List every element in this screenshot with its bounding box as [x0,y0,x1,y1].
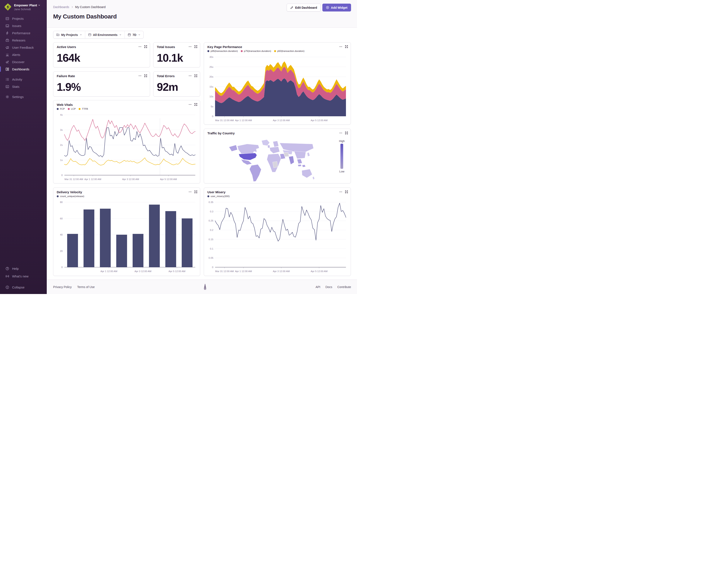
org-switcher[interactable]: Empower Plant Jane Schmidt [0,3,47,15]
widget-menu-icon[interactable] [189,190,192,193]
sidebar-item-label: Collapse [12,286,24,289]
contribute-link[interactable]: Contribute [337,285,351,289]
sidebar-item-help[interactable]: Help [0,265,47,272]
user-feedback-icon [5,46,9,49]
widget-menu-icon[interactable] [339,190,342,193]
date-range-filter[interactable]: 7D [125,31,144,39]
widget-expand-icon[interactable] [144,45,147,48]
sidebar-item-activity[interactable]: Activity [0,76,47,83]
widget-total-errors: Total Errors 92m [153,71,200,97]
world-map[interactable] [217,139,325,182]
key-page-performance-chart[interactable]: 05s10s15s20s25s30sMar 31 12:00 AMApr 1 1… [206,55,348,123]
widget-menu-icon[interactable] [189,74,192,77]
widget-expand-icon[interactable] [345,131,348,134]
legend-item[interactable]: LCP [68,108,75,110]
sidebar-item-stats[interactable]: Stats [0,83,47,90]
pencil-icon [290,6,294,9]
svg-text:1s: 1s [60,159,63,161]
terms-of-use-link[interactable]: Terms of Use [77,285,94,289]
sidebar-item-label: Releases [12,39,25,42]
widget-expand-icon[interactable] [144,74,147,77]
map-legend-low: Low [339,170,344,173]
sidebar-item-label: Help [12,267,19,270]
sidebar-item-user-feedback[interactable]: User Feedback [0,44,47,51]
svg-text:Apr 5 12:00 AM: Apr 5 12:00 AM [311,119,327,122]
legend-item[interactable]: FCP [57,108,65,110]
breadcrumb-current: My Custom Dashboard [75,5,106,9]
sidebar-item-releases[interactable]: Releases [0,37,47,44]
widget-expand-icon[interactable] [345,45,348,48]
svg-text:3s: 3s [60,129,63,131]
svg-text:5s: 5s [211,105,213,108]
widget-menu-icon[interactable] [138,74,142,77]
edit-dashboard-button[interactable]: Edit Dashboard [287,4,321,12]
delivery-velocity-chart[interactable]: 020406080Apr 1 12:00 AMApr 3 12:00 AMApr… [55,200,198,274]
legend-item[interactable]: count_unique(release) [57,195,84,197]
svg-text:20: 20 [60,250,63,252]
sidebar-item-performance[interactable]: Performance [0,29,47,37]
user-misery-chart[interactable]: 00.050.10.150.20.250.30.35Mar 31 12:00 A… [206,200,348,274]
widget-expand-icon[interactable] [194,74,197,77]
sentry-logo-icon [203,284,208,290]
activity-icon [5,78,9,81]
svg-text:0: 0 [212,266,213,269]
chart-legend: count_unique(release) [57,195,84,197]
widget-expand-icon[interactable] [194,103,197,106]
help-icon [5,267,9,270]
legend-item[interactable]: p95(transaction.duration) [208,50,238,52]
widget-menu-icon[interactable] [189,103,192,106]
sidebar-item-projects[interactable]: Projects [0,15,47,22]
widget-expand-icon[interactable] [194,190,197,193]
widget-grid: Active Users 164k Total Issues [53,42,351,276]
svg-text:30s: 30s [209,56,213,58]
alerts-icon [5,53,9,57]
legend-item[interactable]: TTFB [79,108,88,110]
widget-title: Active Users [57,45,76,49]
map-legend-gradient [341,144,343,169]
widget-menu-icon[interactable] [138,45,142,48]
widget-delivery-velocity: Delivery Velocity count_unique(release) … [53,188,200,276]
sidebar-item-label: Issues [12,24,21,28]
discover-icon [5,60,9,64]
legend-item[interactable]: p50(transaction.duration) [274,50,304,52]
environment-filter[interactable]: All Environments [85,31,125,39]
widget-menu-icon[interactable] [339,45,342,48]
svg-text:Apr 5 12:00 AM: Apr 5 12:00 AM [311,270,327,273]
environment-filter-value: All Environments [93,33,117,37]
sidebar-item-alerts[interactable]: Alerts [0,51,47,58]
widget-user-misery: User Misery user_misery(300) 00.050.10.1… [204,188,351,276]
widget-menu-icon[interactable] [189,45,192,48]
widget-title: Key Page Performance [208,45,242,49]
sidebar-item-settings[interactable]: Settings [0,93,47,100]
project-filter[interactable]: My Projects [53,31,85,39]
legend-item[interactable]: p75(transaction.duration) [241,50,271,52]
docs-link[interactable]: Docs [326,285,332,289]
widget-total-issues: Total Issues 10.1k [153,42,200,67]
sidebar-item-label: Stats [12,85,19,88]
sidebar-bottom: Help What's new Collapse [0,265,47,291]
api-link[interactable]: API [316,285,321,289]
privacy-policy-link[interactable]: Privacy Policy [53,285,72,289]
add-widget-button[interactable]: Add Widget [322,4,351,12]
breadcrumb-dashboards-link[interactable]: Dashboards [53,5,69,9]
svg-text:0.35: 0.35 [209,201,213,204]
widget-expand-icon[interactable] [345,190,348,193]
sidebar-item-discover[interactable]: Discover [0,58,47,65]
legend-item[interactable]: user_misery(300) [208,195,230,197]
sidebar-item-label: What's new [12,274,28,278]
widget-title: Total Errors [157,74,175,78]
widget-menu-icon[interactable] [339,131,342,134]
sidebar-item-dashboards[interactable]: Dashboards [0,65,47,73]
sidebar-collapse-button[interactable]: Collapse [0,284,47,291]
svg-text:Apr 3 12:00 AM: Apr 3 12:00 AM [273,119,290,122]
sidebar-item-whats-new[interactable]: What's new [0,272,47,280]
web-vitals-chart[interactable]: 01s2s3s4sMar 31 12:00 AMApr 1 12:00 AMAp… [55,113,198,182]
svg-text:4s: 4s [60,113,63,116]
big-number-value: 1.9% [57,81,81,93]
svg-text:0.3: 0.3 [210,210,213,213]
widget-title: Web Vitals [57,103,73,106]
filter-bar: My Projects All Environments 7D [53,31,144,39]
widget-expand-icon[interactable] [194,45,197,48]
sidebar-item-label: Performance [12,31,30,35]
sidebar-item-issues[interactable]: Issues [0,22,47,29]
